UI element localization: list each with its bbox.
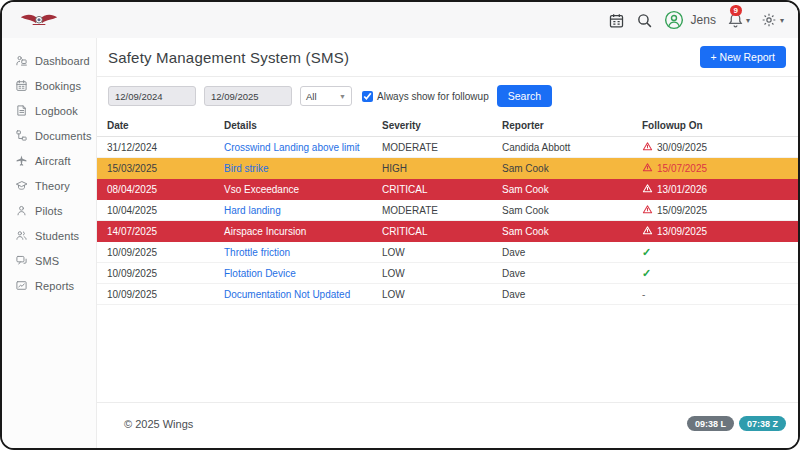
footer: © 2025 Wings 09:38 L 07:38 Z [97,402,798,448]
report-followup: - [642,289,788,300]
report-date: 31/12/2024 [107,142,224,153]
notification-badge: 9 [730,5,742,17]
report-followup: ✓ [642,246,788,259]
warning-icon [642,183,653,196]
report-reporter: Sam Cook [502,184,642,195]
report-reporter: Dave [502,268,642,279]
tree-icon [15,129,28,142]
new-report-button[interactable]: + New Report [700,46,787,68]
report-details-link[interactable]: Documentation Not Updated [224,289,382,300]
time-badges: 09:38 L 07:38 Z [687,416,786,431]
date-from-input[interactable] [108,86,196,106]
report-severity: CRITICAL [382,184,502,195]
app-window: Jens 9 ▾ ▾ DashboardBookingsLogbookDocum… [0,0,800,450]
column-header-date: Date [107,120,224,131]
sidebar-item-bookings[interactable]: Bookings [2,73,96,98]
report-date: 08/04/2025 [107,184,224,195]
topbar: Jens 9 ▾ ▾ [2,2,798,38]
column-header-details: Details [224,120,382,131]
sidebar-item-reports[interactable]: Reports [2,273,96,298]
report-details-link[interactable]: Airspace Incursion [224,226,382,237]
date-to-input[interactable] [204,86,292,106]
table-row[interactable]: 10/09/2025Flotation DeviceLOWDave✓ [97,263,798,284]
severity-select-value: All [306,91,317,102]
column-header-severity: Severity [382,120,502,131]
report-reporter: Sam Cook [502,226,642,237]
sidebar-item-label: SMS [35,255,59,267]
calendar-icon [15,79,28,92]
report-details-link[interactable]: Bird strike [224,163,382,174]
report-severity: MODERATE [382,142,502,153]
sidebar-item-pilots[interactable]: Pilots [2,198,96,223]
followup-none: - [642,289,645,300]
sidebar-item-aircraft[interactable]: Aircraft [2,148,96,173]
warning-icon [642,204,653,217]
sidebar-item-label: Theory [35,180,70,192]
report-severity: LOW [382,247,502,258]
report-date: 10/09/2025 [107,289,224,300]
followup-checkbox-label: Always show for followup [362,91,489,102]
settings-button[interactable]: ▾ [761,12,784,28]
followup-date: 13/01/2026 [657,184,707,195]
chevron-down-icon: ▼ [339,93,346,100]
chevron-down-icon: ▾ [746,16,750,25]
chart-icon [15,279,28,292]
check-icon: ✓ [642,267,651,280]
table-row[interactable]: 14/07/2025Airspace IncursionCRITICALSam … [97,221,798,242]
report-details-link[interactable]: Vso Exceedance [224,184,382,195]
report-followup: 30/09/2025 [642,141,788,154]
page-header: Safety Management System (SMS) + New Rep… [97,38,798,77]
copyright: © 2025 Wings [124,418,193,430]
sidebar-item-logbook[interactable]: Logbook [2,98,96,123]
search-button[interactable]: Search [497,85,552,107]
sidebar-item-label: Students [35,230,79,242]
notifications-button[interactable]: 9 ▾ [727,12,750,29]
report-followup: ✓ [642,267,788,280]
sidebar-item-label: Documents [35,130,92,142]
report-followup: 13/09/2025 [642,225,788,238]
followup-checkbox[interactable] [362,91,373,102]
sidebar-item-label: Aircraft [35,155,71,167]
sidebar-item-documents[interactable]: Documents [2,123,96,148]
avatar[interactable] [664,10,684,30]
report-severity: MODERATE [382,205,502,216]
followup-date: 15/07/2025 [657,163,707,174]
table-row[interactable]: 10/04/2025Hard landingMODERATESam Cook15… [97,200,798,221]
main-content: Safety Management System (SMS) + New Rep… [97,38,798,448]
sidebar-item-sms[interactable]: SMS [2,248,96,273]
table-body: 31/12/2024Crosswind Landing above limitM… [97,137,798,305]
report-reporter: Dave [502,289,642,300]
table-header-row: DateDetailsSeverityReporterFollowup On [97,115,798,137]
sidebar-item-dashboard[interactable]: Dashboard [2,48,96,73]
followup-date: 30/09/2025 [657,142,707,153]
report-reporter: Dave [502,247,642,258]
report-followup: 13/01/2026 [642,183,788,196]
table-row[interactable]: 10/09/2025Throttle frictionLOWDave✓ [97,242,798,263]
sidebar-item-label: Dashboard [35,55,90,67]
table-row[interactable]: 10/09/2025Documentation Not UpdatedLOWDa… [97,284,798,305]
report-severity: LOW [382,268,502,279]
table-row[interactable]: 15/03/2025Bird strikeHIGHSam Cook15/07/2… [97,158,798,179]
report-date: 14/07/2025 [107,226,224,237]
report-details-link[interactable]: Hard landing [224,205,382,216]
sidebar-item-students[interactable]: Students [2,223,96,248]
warning-icon [642,225,653,238]
sidebar-item-label: Reports [35,280,74,292]
report-date: 10/09/2025 [107,247,224,258]
calendar-icon[interactable] [608,12,625,29]
gear-icon [761,12,777,28]
report-details-link[interactable]: Crosswind Landing above limit [224,142,382,153]
report-followup: 15/09/2025 [642,204,788,217]
severity-select[interactable]: All ▼ [300,86,352,106]
report-severity: LOW [382,289,502,300]
report-severity: CRITICAL [382,226,502,237]
report-reporter: Sam Cook [502,205,642,216]
report-details-link[interactable]: Flotation Device [224,268,382,279]
report-details-link[interactable]: Throttle friction [224,247,382,258]
search-icon[interactable] [636,12,653,29]
plane-icon [15,154,28,167]
table-row[interactable]: 08/04/2025Vso ExceedanceCRITICALSam Cook… [97,179,798,200]
table-row[interactable]: 31/12/2024Crosswind Landing above limitM… [97,137,798,158]
sidebar-item-theory[interactable]: Theory [2,173,96,198]
followup-date: 15/09/2025 [657,205,707,216]
